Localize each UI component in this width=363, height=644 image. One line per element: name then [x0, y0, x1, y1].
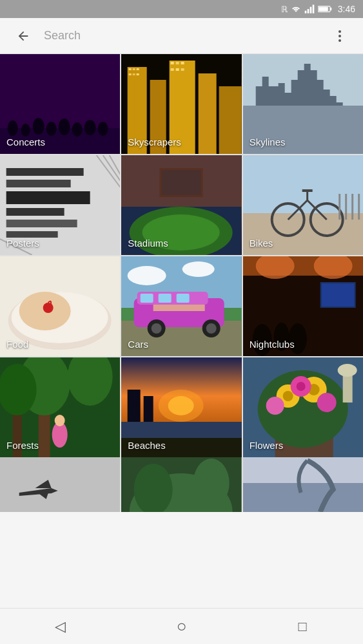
svg-rect-52: [6, 231, 58, 238]
cars-label: Cars: [128, 339, 148, 350]
svg-rect-86: [177, 294, 190, 303]
photo-grid: Concerts Skyscrapers: [0, 54, 363, 457]
svg-rect-32: [171, 62, 174, 64]
svg-rect-29: [129, 73, 132, 75]
search-bar: Search: [0, 18, 363, 54]
grid-item-posters[interactable]: Posters: [0, 155, 120, 255]
signal-icon: [304, 5, 315, 14]
grid-item-beaches[interactable]: Beaches: [121, 357, 241, 457]
svg-rect-0: [304, 11, 306, 14]
dot1: [338, 30, 341, 33]
nav-home-icon: ○: [177, 616, 187, 636]
forests-label: Forests: [6, 440, 39, 451]
partial2-scene: [121, 457, 241, 512]
svg-rect-1: [307, 9, 309, 14]
beaches-label: Beaches: [128, 440, 165, 451]
svg-point-14: [33, 118, 44, 135]
svg-rect-2: [309, 7, 311, 14]
partial1-scene: [0, 457, 120, 512]
concerts-label: Concerts: [6, 137, 45, 147]
back-button[interactable]: [10, 23, 36, 49]
svg-rect-37: [181, 68, 184, 71]
svg-point-13: [21, 124, 30, 137]
dot3: [338, 39, 341, 42]
skyscrapers-label: Skyscrapers: [128, 137, 181, 147]
svg-rect-28: [137, 68, 139, 70]
svg-point-16: [59, 118, 70, 135]
nav-bar: ◁ ○ □: [0, 608, 363, 644]
nav-home-button[interactable]: ○: [162, 609, 201, 645]
svg-rect-30: [133, 73, 135, 75]
svg-rect-24: [199, 73, 217, 154]
nav-recents-icon: □: [298, 618, 306, 635]
svg-point-19: [98, 122, 108, 136]
bikes-label: Bikes: [250, 238, 273, 249]
partial-tile-2[interactable]: [121, 457, 241, 512]
svg-point-90: [206, 323, 217, 334]
svg-rect-6: [319, 7, 328, 12]
svg-rect-33: [176, 62, 179, 64]
nav-back-icon: ◁: [55, 618, 66, 635]
svg-point-76: [43, 303, 54, 313]
nightclubs-label: Nightclubs: [250, 339, 295, 350]
grid-item-skylines[interactable]: Skylines: [243, 54, 363, 154]
skylines-label: Skylines: [250, 137, 286, 147]
svg-point-79: [128, 266, 166, 285]
grid-item-forests[interactable]: Forests: [0, 357, 120, 457]
svg-rect-47: [6, 168, 84, 176]
svg-point-15: [46, 122, 57, 136]
status-icons: ℝ 3:46: [281, 4, 355, 14]
bluetooth-icon: ℝ: [281, 5, 288, 14]
more-options-button[interactable]: [327, 23, 353, 49]
grid-item-concerts[interactable]: Concerts: [0, 54, 120, 154]
svg-rect-51: [6, 220, 77, 227]
svg-point-12: [8, 120, 18, 136]
grid-item-stadiums[interactable]: Stadiums: [121, 155, 241, 255]
svg-rect-130: [0, 457, 120, 512]
partial-tile-1[interactable]: [0, 457, 120, 512]
grid-item-nightclubs[interactable]: Nightclubs: [243, 256, 363, 356]
svg-rect-35: [171, 68, 174, 71]
svg-rect-115: [144, 396, 153, 422]
battery-icon: [318, 5, 332, 14]
svg-rect-48: [6, 180, 71, 187]
nav-back-button[interactable]: ◁: [41, 609, 80, 645]
svg-rect-34: [181, 62, 184, 64]
svg-rect-25: [219, 86, 242, 154]
grid-item-skyscrapers[interactable]: Skyscrapers: [121, 54, 241, 154]
svg-rect-49: [6, 191, 90, 204]
grid-item-bikes[interactable]: Bikes: [243, 155, 363, 255]
posters-label: Posters: [6, 238, 39, 249]
partial-tile-3[interactable]: [243, 457, 363, 512]
svg-point-125: [296, 382, 305, 391]
back-arrow-icon: [16, 29, 30, 43]
svg-rect-58: [121, 155, 241, 207]
svg-point-88: [152, 323, 162, 334]
svg-rect-114: [128, 390, 141, 422]
svg-rect-27: [133, 68, 135, 70]
svg-rect-97: [321, 283, 354, 307]
svg-point-80: [182, 261, 215, 277]
svg-point-129: [337, 364, 357, 377]
svg-point-108: [55, 415, 65, 426]
grid-item-cars[interactable]: Cars: [121, 256, 241, 356]
grid-item-flowers[interactable]: Flowers: [243, 357, 363, 457]
svg-rect-84: [141, 294, 153, 303]
partial3-scene: [243, 457, 363, 512]
search-input-area[interactable]: Search: [36, 29, 327, 43]
svg-rect-50: [6, 208, 64, 216]
svg-rect-91: [153, 305, 205, 311]
svg-point-17: [72, 122, 83, 137]
svg-point-126: [266, 397, 284, 415]
svg-rect-3: [312, 5, 314, 13]
search-placeholder: Search: [44, 29, 81, 42]
svg-point-127: [317, 393, 336, 412]
wifi-icon: [291, 5, 301, 14]
svg-rect-139: [243, 483, 363, 512]
svg-rect-36: [176, 68, 179, 71]
svg-rect-26: [129, 68, 132, 70]
grid-item-food[interactable]: Food: [0, 256, 120, 356]
status-bar: ℝ 3:46: [0, 0, 363, 18]
stadiums-label: Stadiums: [128, 238, 168, 249]
nav-recents-button[interactable]: □: [283, 609, 322, 645]
